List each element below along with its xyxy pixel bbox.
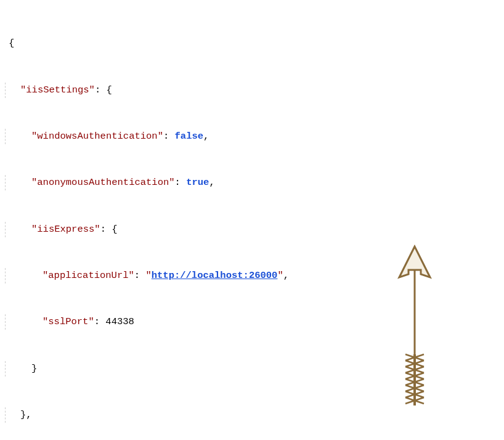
json-number: 44338 [105, 316, 134, 327]
json-bool: false [175, 131, 204, 142]
json-key: "applicationUrl" [43, 270, 134, 281]
code-line: "sslPort": 44338 [5, 314, 499, 330]
json-key: "anonymousAuthentication" [31, 177, 175, 188]
code-line: { [5, 36, 499, 51]
code-line: "applicationUrl": "http://localhost:2600… [5, 268, 499, 283]
code-line: "anonymousAuthentication": true, [5, 175, 499, 190]
json-bool: true [186, 177, 209, 188]
json-key: "windowsAuthentication" [31, 131, 163, 142]
json-key: "iisExpress" [31, 224, 100, 235]
url-link[interactable]: http://localhost:26000 [152, 270, 278, 281]
code-line: } [5, 361, 499, 377]
code-block: { "iisSettings": { "windowsAuthenticatio… [5, 5, 499, 440]
code-line: "iisExpress": { [5, 222, 499, 237]
json-key: "sslPort" [43, 316, 94, 327]
code-line: "windowsAuthentication": false, [5, 129, 499, 144]
code-line: }, [5, 407, 499, 423]
json-key: "iisSettings" [20, 84, 95, 96]
code-line: "iisSettings": { [5, 83, 499, 98]
